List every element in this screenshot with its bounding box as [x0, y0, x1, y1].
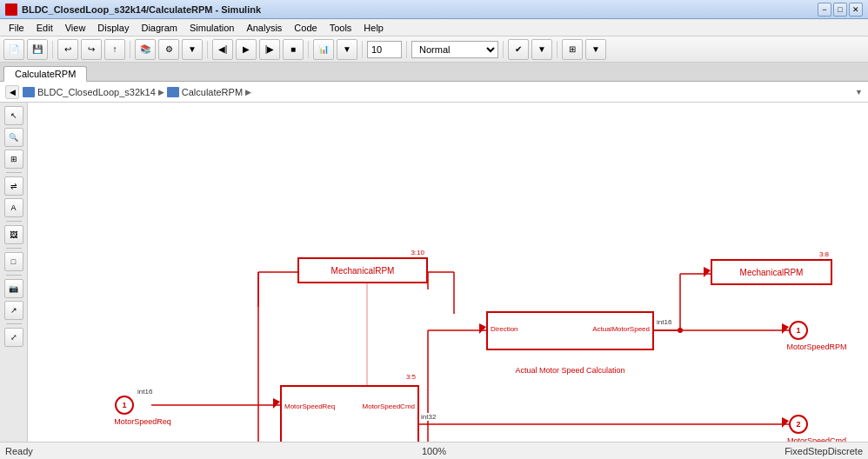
status-zoom: 100%: [291, 446, 578, 456]
sep1: [52, 41, 53, 58]
menu-tools[interactable]: Tools: [324, 22, 357, 34]
tab-bar: CalculateRPM: [0, 63, 868, 82]
menu-simulation[interactable]: Simulation: [184, 22, 239, 34]
scope-button[interactable]: 📊: [313, 39, 334, 60]
svg-marker-26: [782, 323, 789, 334]
port-in1[interactable]: 1: [115, 396, 134, 415]
new-button[interactable]: 📄: [3, 39, 24, 60]
port-out1-label: MotorSpeedRPM: [782, 343, 851, 351]
annotate-tool[interactable]: A: [4, 198, 23, 217]
minimize-button[interactable]: −: [818, 3, 831, 17]
menu-file[interactable]: File: [3, 22, 30, 34]
block-motor-speed-controller[interactable]: 3:5 MotorSpeedReq MotorSpeedActual Motor…: [280, 385, 419, 442]
menu-bar: File Edit View Display Diagram Simulatio…: [0, 19, 868, 37]
window-title: BLDC_ClosedLoop_s32k14/CalculateRPM - Si…: [22, 4, 261, 15]
expand-tool[interactable]: ⤢: [4, 328, 23, 347]
image-tool[interactable]: 🖼: [4, 225, 23, 244]
sep8: [557, 41, 558, 58]
maximize-button[interactable]: □: [833, 3, 847, 17]
svg-marker-23: [273, 398, 280, 409]
box-tool[interactable]: □: [4, 252, 23, 271]
connect-tool[interactable]: ⇌: [4, 176, 23, 196]
corner-label-out: 3:8: [819, 250, 829, 258]
sep2: [130, 41, 130, 58]
stop-button[interactable]: ■: [283, 39, 304, 60]
menu-help[interactable]: Help: [358, 22, 389, 34]
status-ready: Ready: [5, 446, 291, 456]
breadcrumb-root[interactable]: BLDC_ClosedLoop_s32k14: [37, 87, 156, 97]
export-tool[interactable]: ↗: [4, 301, 23, 320]
block-label: MechanicalRPM: [331, 266, 395, 276]
svg-marker-27: [782, 417, 789, 428]
status-solver: FixedStepDiscrete: [577, 446, 863, 456]
block-label-out: MechanicalRPM: [740, 268, 804, 277]
menu-view[interactable]: View: [60, 22, 91, 34]
redo-button[interactable]: ↪: [81, 39, 102, 60]
camera-tool[interactable]: 📷: [4, 279, 23, 298]
update-diagram[interactable]: ✔: [508, 39, 529, 60]
sep3: [207, 41, 208, 58]
lt-sep1: [6, 172, 22, 173]
breadcrumb-current[interactable]: CalculateRPM: [182, 87, 243, 97]
sep7: [503, 41, 504, 58]
sep5: [362, 41, 363, 58]
port-actual-motor-speed: ActualMotorSpeed: [592, 325, 650, 333]
svg-marker-25: [479, 323, 486, 334]
nav-back-button[interactable]: ◀: [5, 85, 19, 99]
toolbar: 📄 💾 ↩ ↪ ↑ 📚 ⚙ ▼ ◀| ▶ |▶ ■ 📊 ▼ Normal Acc…: [0, 37, 868, 63]
tab-calculaterpm[interactable]: CalculateRPM: [3, 66, 87, 82]
wire-label-int32: int32: [421, 413, 436, 421]
save-button[interactable]: 💾: [27, 39, 48, 60]
fit-tool[interactable]: ⊞: [4, 150, 23, 169]
menu-display[interactable]: Display: [92, 22, 134, 34]
pointer-tool[interactable]: ↖: [4, 106, 23, 125]
sim-time-input[interactable]: [367, 41, 402, 58]
scope-dropdown[interactable]: ▼: [337, 39, 357, 60]
canvas: MechanicalRPM 3:10 MechanicalRPM 3:8 Dir…: [28, 103, 868, 442]
close-button[interactable]: ✕: [849, 3, 863, 17]
block-mechanicalrpm-out[interactable]: MechanicalRPM 3:8: [711, 259, 832, 285]
main-area: ↖ 🔍 ⊞ ⇌ A 🖼 □ 📷 ↗ ⤢: [0, 103, 868, 442]
settings2[interactable]: ▼: [182, 39, 203, 60]
breadcrumb: BLDC_ClosedLoop_s32k14 ▶ CalculateRPM ▶: [23, 87, 251, 97]
block-mechanicalrpm-top[interactable]: MechanicalRPM 3:10: [297, 257, 428, 283]
update-dropdown[interactable]: ▼: [531, 39, 552, 60]
breadcrumb-expand[interactable]: ▼: [855, 88, 863, 96]
port-out2-label: MotorSpeedCmd: [782, 436, 851, 442]
undo-button[interactable]: ↩: [57, 39, 78, 60]
zoom-in-tool[interactable]: 🔍: [4, 128, 23, 147]
wire-label-int16-in1: int16: [137, 388, 152, 396]
app-icon: [5, 3, 17, 16]
up-button[interactable]: ↑: [104, 39, 125, 60]
block-actual-label: Actual Motor Speed Calculation: [488, 366, 652, 375]
port-out1[interactable]: 1: [789, 321, 808, 340]
corner-label-top: 3:10: [411, 249, 424, 256]
sep4: [308, 41, 309, 58]
library-button[interactable]: 📚: [135, 39, 156, 60]
model-settings[interactable]: ⚙: [158, 39, 179, 60]
sim-mode-dropdown[interactable]: Normal Accelerator Rapid Accelerator: [411, 41, 498, 58]
step-fwd[interactable]: |▶: [259, 39, 280, 60]
lt-sep5: [6, 323, 22, 324]
port-out2[interactable]: 2: [789, 415, 808, 434]
menu-analysis[interactable]: Analysis: [241, 22, 287, 34]
profiler-button[interactable]: ⊞: [562, 39, 583, 60]
sep6: [406, 41, 407, 58]
corner-msc: 3:5: [406, 373, 416, 381]
lt-sep4: [6, 275, 22, 276]
breadcrumb-bar: ◀ BLDC_ClosedLoop_s32k14 ▶ CalculateRPM …: [0, 82, 868, 103]
menu-diagram[interactable]: Diagram: [136, 22, 183, 34]
step-back[interactable]: ◀|: [212, 39, 233, 60]
lt-sep3: [6, 248, 22, 249]
block-actual-motor-speed[interactable]: Direction ActualMotorSpeed Actual Motor …: [486, 311, 654, 350]
svg-point-22: [678, 328, 683, 333]
play-button[interactable]: ▶: [236, 39, 257, 60]
menu-code[interactable]: Code: [289, 22, 322, 34]
model-icon: [23, 87, 35, 97]
lt-sep2: [6, 221, 22, 222]
menu-edit[interactable]: Edit: [31, 22, 58, 34]
profiler-dropdown[interactable]: ▼: [585, 39, 606, 60]
status-bar: Ready 100% FixedStepDiscrete: [0, 442, 868, 459]
title-bar: BLDC_ClosedLoop_s32k14/CalculateRPM - Si…: [0, 0, 868, 19]
port-direction: Direction: [491, 325, 518, 333]
